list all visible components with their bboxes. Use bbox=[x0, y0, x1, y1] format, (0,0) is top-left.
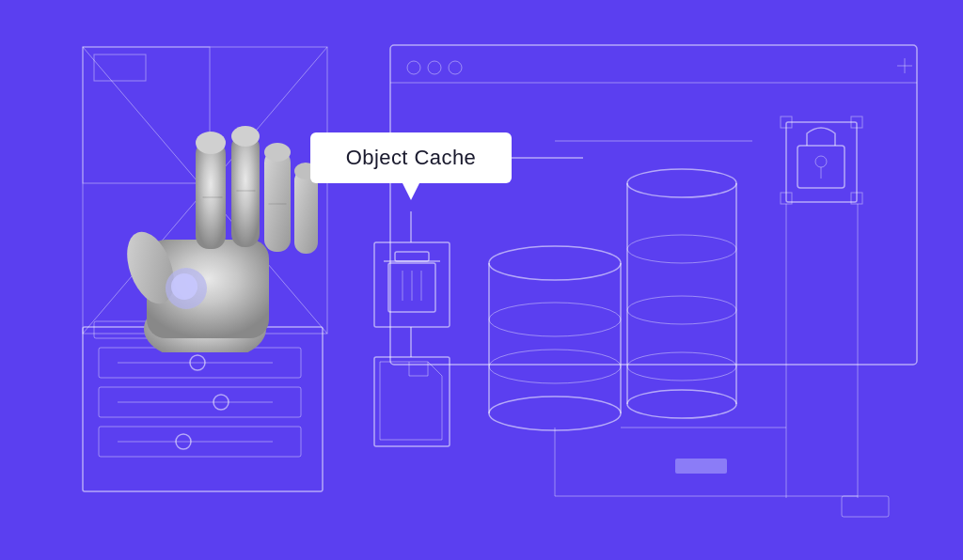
svg-rect-58 bbox=[675, 459, 727, 474]
svg-rect-24 bbox=[374, 242, 450, 327]
svg-point-42 bbox=[627, 169, 736, 197]
svg-rect-16 bbox=[390, 45, 917, 365]
svg-rect-32 bbox=[374, 357, 450, 446]
svg-point-43 bbox=[627, 235, 736, 263]
svg-rect-48 bbox=[797, 146, 845, 188]
svg-point-38 bbox=[489, 350, 621, 383]
svg-rect-47 bbox=[786, 122, 857, 202]
svg-rect-51 bbox=[781, 117, 792, 128]
hand-illustration bbox=[83, 52, 332, 352]
svg-rect-53 bbox=[781, 193, 792, 204]
svg-point-17 bbox=[407, 61, 420, 74]
svg-point-12 bbox=[213, 395, 229, 410]
svg-rect-54 bbox=[851, 193, 862, 204]
svg-rect-13 bbox=[99, 427, 301, 457]
svg-rect-10 bbox=[99, 387, 301, 417]
object-cache-label: Object Cache bbox=[310, 132, 512, 183]
svg-point-9 bbox=[190, 355, 205, 370]
svg-rect-25 bbox=[388, 263, 435, 312]
svg-point-69 bbox=[231, 126, 260, 147]
svg-point-36 bbox=[489, 246, 621, 280]
svg-rect-52 bbox=[851, 117, 862, 128]
svg-rect-59 bbox=[842, 496, 889, 517]
svg-rect-70 bbox=[264, 150, 291, 252]
svg-point-44 bbox=[627, 296, 736, 324]
svg-point-37 bbox=[489, 303, 621, 336]
svg-point-71 bbox=[264, 143, 291, 162]
svg-point-15 bbox=[176, 434, 191, 449]
svg-point-45 bbox=[627, 352, 736, 381]
svg-point-19 bbox=[449, 61, 462, 74]
svg-rect-27 bbox=[395, 252, 429, 261]
svg-point-78 bbox=[171, 273, 197, 300]
svg-point-67 bbox=[196, 132, 226, 154]
svg-point-18 bbox=[428, 61, 441, 74]
svg-point-33 bbox=[489, 397, 621, 430]
svg-rect-66 bbox=[196, 141, 226, 249]
svg-point-49 bbox=[815, 156, 827, 167]
svg-point-39 bbox=[627, 390, 736, 418]
hero-canvas: .stroke { stroke: rgba(255,255,255,0.55)… bbox=[0, 0, 963, 560]
